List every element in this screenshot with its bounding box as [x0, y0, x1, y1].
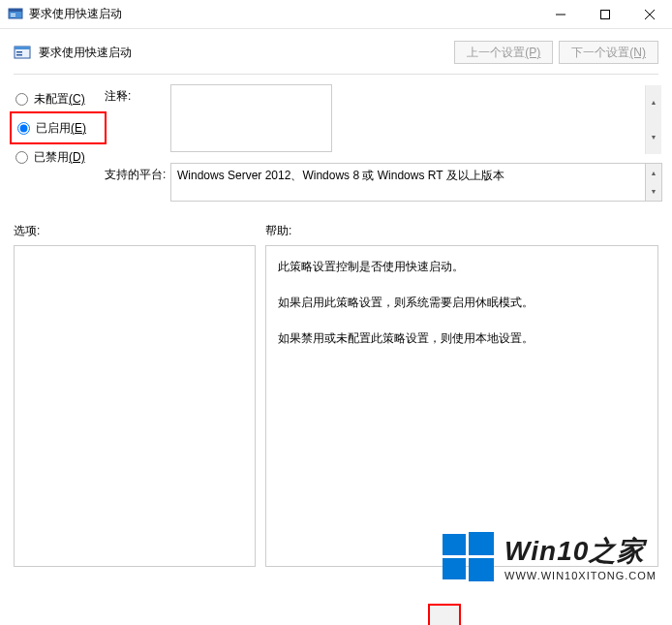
options-panel: [14, 245, 256, 567]
panels: 此策略设置控制是否使用快速启动。 如果启用此策略设置，则系统需要启用休眠模式。 …: [0, 245, 672, 567]
policy-icon: [14, 44, 31, 61]
comment-input[interactable]: [170, 84, 332, 152]
highlight-bottom: [428, 604, 461, 625]
scroll-up-icon[interactable]: ▲: [646, 164, 661, 182]
platform-label: 支持的平台:: [105, 163, 170, 183]
help-text-3: 如果禁用或未配置此策略设置，则使用本地设置。: [278, 328, 646, 350]
header: 要求使用快速启动 上一个设置(P) 下一个设置(N): [0, 29, 672, 74]
svg-rect-10: [16, 51, 22, 53]
radio-group: 未配置(C) 已启用(E) 已禁用(D): [14, 84, 105, 209]
previous-setting-button[interactable]: 上一个设置(P): [454, 41, 553, 64]
radio-enabled-input[interactable]: [17, 122, 30, 135]
highlight-enabled: 已启用(E): [10, 111, 107, 144]
app-icon: [8, 7, 23, 22]
platform-scroll[interactable]: ▲ ▼: [645, 164, 661, 201]
comment-field: 注释: ▲ ▼: [105, 84, 662, 155]
help-panel: 此策略设置控制是否使用快速启动。 如果启用此策略设置，则系统需要启用休眠模式。 …: [265, 245, 658, 567]
help-label: 帮助:: [265, 223, 658, 239]
scroll-up-icon[interactable]: ▲: [646, 85, 661, 120]
svg-rect-9: [15, 47, 30, 49]
scroll-down-icon[interactable]: ▼: [646, 120, 661, 155]
minimize-button[interactable]: [538, 0, 583, 28]
window-controls: [538, 0, 672, 28]
prev-accesskey: (P): [525, 46, 540, 59]
radio-disabled[interactable]: 已禁用(D): [14, 142, 105, 172]
fields-column: 注释: ▲ ▼ 支持的平台: Windows Server 2012、Windo…: [105, 84, 662, 209]
svg-rect-3: [11, 16, 15, 16]
radio-enabled[interactable]: 已启用(E): [15, 113, 103, 142]
close-button[interactable]: [627, 0, 672, 28]
section-labels: 选项: 帮助:: [0, 209, 672, 245]
config-area: 未配置(C) 已启用(E) 已禁用(D) 注释: ▲ ▼ 支持的平台:: [0, 84, 672, 209]
page-title: 要求使用快速启动: [39, 45, 448, 61]
radio-not-configured[interactable]: 未配置(C): [14, 84, 105, 113]
comment-label: 注释:: [105, 84, 170, 105]
svg-rect-1: [9, 9, 22, 12]
radio-enabled-label: 已启用(E): [36, 120, 86, 137]
platform-value: Windows Server 2012、Windows 8 或 Windows …: [177, 169, 504, 182]
radio-disabled-input[interactable]: [15, 151, 28, 164]
help-text-2: 如果启用此策略设置，则系统需要启用休眠模式。: [278, 292, 646, 314]
svg-rect-5: [601, 10, 610, 18]
watermark-url: WWW.WIN10XITONG.COM: [504, 570, 657, 581]
svg-rect-11: [16, 54, 22, 56]
platform-value-box: Windows Server 2012、Windows 8 或 Windows …: [170, 163, 662, 202]
radio-not-configured-label: 未配置(C): [34, 91, 85, 108]
next-label: 下一个设置: [571, 45, 629, 61]
radio-not-configured-input[interactable]: [15, 93, 28, 106]
next-accesskey: (N): [629, 46, 646, 59]
comment-scrollbar[interactable]: ▲ ▼: [645, 85, 661, 154]
help-text-1: 此策略设置控制是否使用快速启动。: [278, 256, 646, 278]
maximize-button[interactable]: [583, 0, 627, 28]
platform-field: 支持的平台: Windows Server 2012、Windows 8 或 W…: [105, 163, 662, 202]
titlebar: 要求使用快速启动: [0, 0, 672, 29]
divider: [14, 74, 658, 75]
next-setting-button[interactable]: 下一个设置(N): [559, 41, 658, 64]
svg-rect-2: [11, 14, 15, 15]
options-label: 选项:: [14, 223, 265, 239]
radio-disabled-label: 已禁用(D): [34, 149, 85, 166]
prev-label: 上一个设置: [467, 45, 525, 61]
scroll-down-icon[interactable]: ▼: [646, 182, 661, 201]
window-title: 要求使用快速启动: [29, 6, 538, 22]
